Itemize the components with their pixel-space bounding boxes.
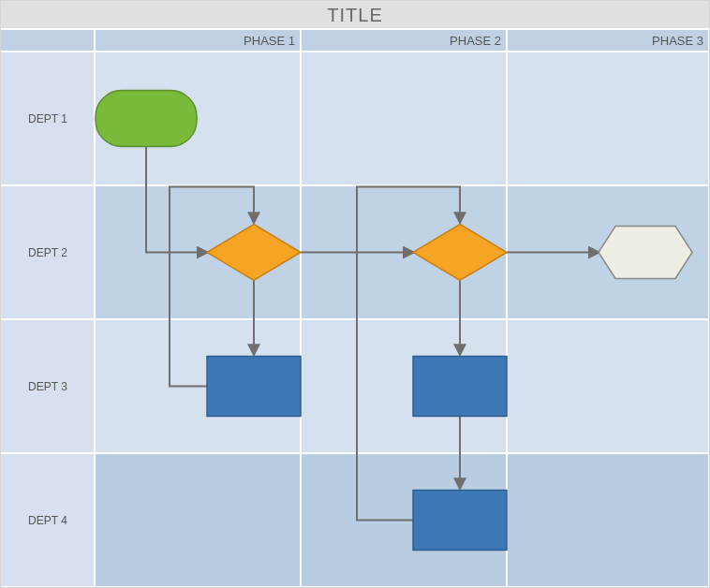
- preparation-shape[interactable]: [599, 227, 692, 279]
- svg-rect-22: [413, 491, 507, 551]
- column-header: PHASE 2: [450, 34, 501, 48]
- svg-rect-1: [1, 29, 709, 51]
- svg-rect-20: [207, 357, 301, 417]
- diagram-title: TITLE: [327, 5, 382, 25]
- svg-rect-13: [1, 318, 709, 320]
- svg-rect-11: [1, 51, 709, 52]
- svg-rect-14: [1, 452, 709, 454]
- svg-rect-17: [96, 91, 197, 147]
- column-header: PHASE 1: [244, 34, 295, 48]
- row-header: DEPT 1: [28, 112, 67, 125]
- process-shape[interactable]: [413, 491, 507, 551]
- svg-marker-23: [599, 227, 692, 279]
- terminator-shape[interactable]: [96, 91, 197, 147]
- row-header: DEPT 3: [28, 380, 67, 393]
- svg-rect-15: [1, 586, 709, 587]
- row-header: DEPT 2: [28, 246, 67, 259]
- svg-rect-12: [1, 184, 709, 186]
- svg-rect-10: [708, 29, 709, 587]
- column-header: PHASE 3: [652, 34, 703, 48]
- svg-rect-16: [1, 28, 709, 30]
- process-shape[interactable]: [207, 357, 301, 417]
- row-header: DEPT 4: [28, 514, 67, 527]
- swimlane-diagram: PHASE 1PHASE 2PHASE 3 DEPT 1DEPT 2DEPT 3…: [1, 1, 709, 587]
- process-shape[interactable]: [413, 357, 507, 417]
- svg-rect-8: [300, 29, 302, 587]
- svg-rect-21: [413, 357, 507, 417]
